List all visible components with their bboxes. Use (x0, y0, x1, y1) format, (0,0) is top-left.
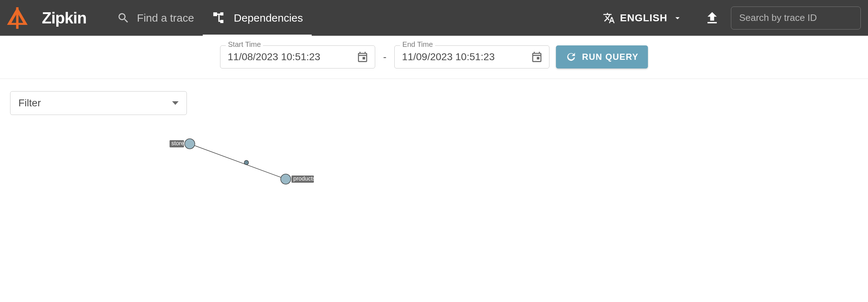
end-time-input[interactable] (394, 45, 549, 68)
translate-icon (603, 12, 615, 24)
nav-find-trace[interactable]: Find a trace (108, 0, 203, 36)
dependencies-icon (211, 10, 227, 26)
end-time-label: End Time (400, 40, 435, 49)
svg-point-9 (281, 174, 291, 184)
nav-find-label: Find a trace (137, 12, 194, 24)
svg-rect-4 (213, 12, 217, 16)
start-time-label: Start Time (226, 40, 263, 49)
nav-dependencies[interactable]: Dependencies (203, 0, 312, 36)
svg-point-7 (185, 139, 195, 149)
calendar-icon[interactable] (531, 51, 543, 63)
app-header: Zipkin Find a trace Dependencies ENGLISH (0, 0, 868, 36)
run-query-button[interactable]: RUN QUERY (556, 45, 648, 68)
filter-label: Filter (18, 97, 41, 109)
logo-group: Zipkin (5, 6, 108, 30)
start-time-input[interactable] (220, 45, 375, 68)
graph-edge-midpoint (244, 160, 249, 165)
search-trace-input[interactable] (731, 6, 861, 30)
main-nav: Find a trace Dependencies (108, 0, 312, 36)
dropdown-caret-icon (172, 101, 179, 105)
run-query-label: RUN QUERY (582, 52, 639, 62)
calendar-icon[interactable] (356, 51, 369, 63)
filter-select[interactable]: Filter (10, 91, 187, 115)
content-area: Filter store products (0, 79, 868, 225)
upload-button[interactable] (693, 10, 731, 26)
dependency-graph: store products (10, 133, 858, 212)
zipkin-logo-icon (5, 6, 30, 30)
nav-dependencies-label: Dependencies (234, 12, 303, 24)
graph-node-products[interactable]: products (281, 174, 315, 184)
graph-node-products-label: products (293, 176, 315, 182)
chevron-down-icon (672, 13, 683, 23)
language-name: ENGLISH (620, 12, 667, 24)
end-time-field: End Time (394, 45, 549, 68)
search-trace-wrap (731, 6, 861, 30)
graph-node-store[interactable]: store (170, 139, 195, 149)
language-selector[interactable]: ENGLISH (592, 12, 693, 24)
range-dash: - (382, 51, 388, 63)
graph-node-store-label: store (171, 140, 184, 146)
query-bar: Start Time - End Time RUN QUERY (0, 36, 868, 79)
start-time-field: Start Time (220, 45, 375, 68)
app-title: Zipkin (42, 9, 87, 27)
graph-edge (190, 144, 286, 179)
refresh-icon (565, 51, 577, 63)
upload-icon (704, 10, 720, 26)
search-icon (117, 12, 130, 25)
